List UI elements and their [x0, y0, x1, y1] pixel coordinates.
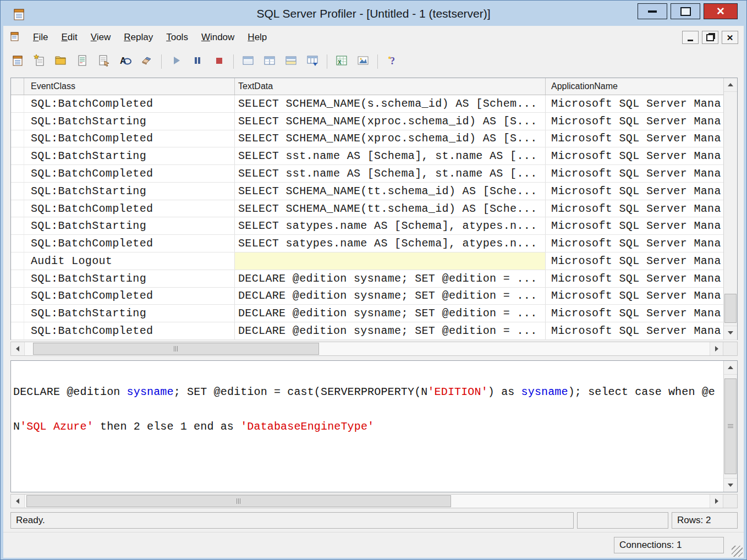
row-indicator [11, 113, 24, 130]
trace-properties-icon [97, 54, 111, 69]
minimize-icon [648, 10, 657, 13]
header-textdata[interactable]: TextData [235, 78, 546, 95]
save-trace-button[interactable] [75, 54, 90, 69]
resize-grip[interactable] [732, 546, 743, 557]
table-row[interactable]: SQL:BatchStartingDECLARE @edition sysnam… [11, 270, 737, 288]
stop-trace-button[interactable] [212, 54, 226, 69]
toolbar: A X ? [3, 49, 744, 74]
table-row[interactable]: SQL:BatchStartingSELECT sst.name AS [Sch… [11, 147, 737, 165]
auto-scroll-button[interactable] [262, 54, 277, 69]
cell-applicationname: Microsoft SQL Server Mana [546, 165, 723, 182]
row-indicator [11, 217, 24, 234]
row-indicator [11, 183, 24, 200]
scrollbar-corner [723, 342, 737, 355]
row-indicator [11, 130, 24, 147]
scroll-down-button[interactable] [724, 478, 737, 492]
menu-tools[interactable]: Tools [160, 29, 195, 46]
trace-properties-button[interactable] [97, 54, 111, 69]
scroll-left-button[interactable] [11, 495, 25, 508]
organize-columns-button[interactable] [305, 54, 320, 69]
scroll-up-button[interactable] [724, 78, 737, 92]
detail-vscroll-thumb[interactable] [724, 378, 737, 474]
detail-horizontal-scrollbar[interactable] [10, 494, 738, 508]
cell-applicationname: Microsoft SQL Server Mana [546, 252, 723, 270]
window-controls: ✕ [638, 3, 738, 19]
row-indicator [11, 165, 24, 182]
cell-eventclass: SQL:BatchCompleted [24, 200, 235, 217]
table-row[interactable]: SQL:BatchStartingSELECT SCHEMA_NAME(tt.s… [11, 183, 737, 200]
menu-window[interactable]: Window [195, 29, 241, 46]
export-grid-button[interactable]: X [334, 54, 349, 69]
rows-count-panel: Rows: 2 [672, 512, 738, 529]
help-button[interactable]: ? [385, 54, 399, 69]
cell-eventclass: SQL:BatchStarting [24, 183, 235, 200]
pause-trace-button[interactable] [190, 54, 205, 69]
close-button[interactable]: ✕ [704, 3, 738, 19]
scroll-down-button[interactable] [724, 326, 737, 339]
cell-applicationname: Microsoft SQL Server Mana [546, 147, 723, 164]
new-trace-button[interactable] [11, 54, 25, 69]
open-trace-button[interactable] [54, 54, 68, 69]
menu-help[interactable]: Help [241, 29, 273, 46]
table-row[interactable]: SQL:BatchCompletedDECLARE @edition sysna… [11, 288, 737, 305]
menu-bar: File Edit View Replay Tools Window Help … [3, 26, 744, 50]
clear-trace-button[interactable] [140, 54, 154, 69]
cell-applicationname: Microsoft SQL Server Mana [546, 305, 723, 322]
table-row[interactable]: SQL:BatchCompletedSELECT sst.name AS [Sc… [11, 165, 737, 183]
cell-eventclass: SQL:BatchStarting [24, 147, 235, 164]
grouped-view-button[interactable] [284, 54, 298, 69]
menu-edit[interactable]: Edit [54, 29, 84, 46]
table-row[interactable]: SQL:BatchCompletedDECLARE @edition sysna… [11, 322, 737, 340]
grid-vscroll-thumb[interactable] [724, 294, 737, 323]
table-row[interactable]: SQL:BatchCompletedSELECT SCHEMA_NAME(xpr… [11, 130, 737, 148]
mdi-close-button[interactable]: ✕ [722, 31, 738, 44]
detail-vertical-scrollbar[interactable] [723, 361, 737, 492]
minimize-button[interactable] [638, 3, 667, 19]
status-spacer-panel [577, 512, 668, 529]
row-indicator [11, 95, 24, 112]
scroll-left-button[interactable] [11, 342, 25, 355]
sql-line: N'SQL Azure' then 2 else 1 end as 'Datab… [13, 421, 723, 432]
chevron-up-icon [728, 83, 733, 86]
maximize-button[interactable] [671, 3, 700, 19]
menu-replay[interactable]: Replay [117, 29, 160, 46]
cell-textdata: SELECT satypes.name AS [Schema], atypes.… [235, 217, 546, 234]
table-row[interactable]: SQL:BatchStartingDECLARE @edition sysnam… [11, 305, 737, 322]
pause-trace-icon [191, 54, 204, 69]
row-indicator [11, 288, 24, 305]
table-row[interactable]: SQL:BatchCompletedSELECT SCHEMA_NAME(s.s… [11, 95, 737, 113]
scroll-up-button[interactable] [724, 361, 737, 375]
grid-hscroll-thumb[interactable] [33, 343, 319, 355]
stop-trace-icon [212, 54, 226, 69]
table-row[interactable]: SQL:BatchCompletedSELECT SCHEMA_NAME(tt.… [11, 200, 737, 218]
menu-file[interactable]: File [26, 29, 54, 46]
grid-horizontal-scrollbar[interactable] [10, 342, 738, 356]
grid-header: EventClass TextData ApplicationName [11, 78, 737, 95]
table-row[interactable]: SQL:BatchCompletedSELECT satypes.name AS… [11, 235, 737, 252]
toggle-results-icon [241, 54, 255, 69]
toggle-results-button[interactable] [241, 54, 255, 69]
table-row[interactable]: SQL:BatchStartingSELECT SCHEMA_NAME(xpro… [11, 113, 737, 130]
grid-vertical-scrollbar[interactable] [723, 78, 737, 339]
header-applicationname[interactable]: ApplicationName [546, 78, 723, 95]
grouped-view-icon [284, 54, 298, 69]
scroll-right-button[interactable] [710, 495, 723, 508]
maximize-icon [680, 7, 691, 16]
chart-view-button[interactable] [356, 54, 370, 69]
start-trace-button[interactable] [169, 54, 183, 69]
textdata-detail-pane[interactable]: DECLARE @edition sysname; SET @edition =… [10, 360, 738, 492]
new-template-button[interactable] [32, 54, 47, 69]
mdi-minimize-button[interactable] [682, 31, 699, 44]
cell-eventclass: SQL:BatchStarting [24, 270, 235, 287]
mdi-minimize-icon [688, 40, 693, 41]
scroll-right-button[interactable] [710, 342, 723, 355]
mdi-restore-button[interactable] [702, 31, 718, 44]
cell-applicationname: Microsoft SQL Server Mana [546, 217, 723, 234]
find-button[interactable]: A [118, 54, 133, 69]
detail-hscroll-thumb[interactable] [26, 495, 451, 507]
sql-text: DECLARE @edition sysname; SET @edition =… [11, 361, 723, 492]
menu-view[interactable]: View [84, 29, 118, 46]
table-row[interactable]: SQL:BatchStartingSELECT satypes.name AS … [11, 217, 737, 235]
table-row[interactable]: Audit LogoutMicrosoft SQL Server Mana [11, 252, 737, 270]
header-eventclass[interactable]: EventClass [24, 78, 235, 95]
